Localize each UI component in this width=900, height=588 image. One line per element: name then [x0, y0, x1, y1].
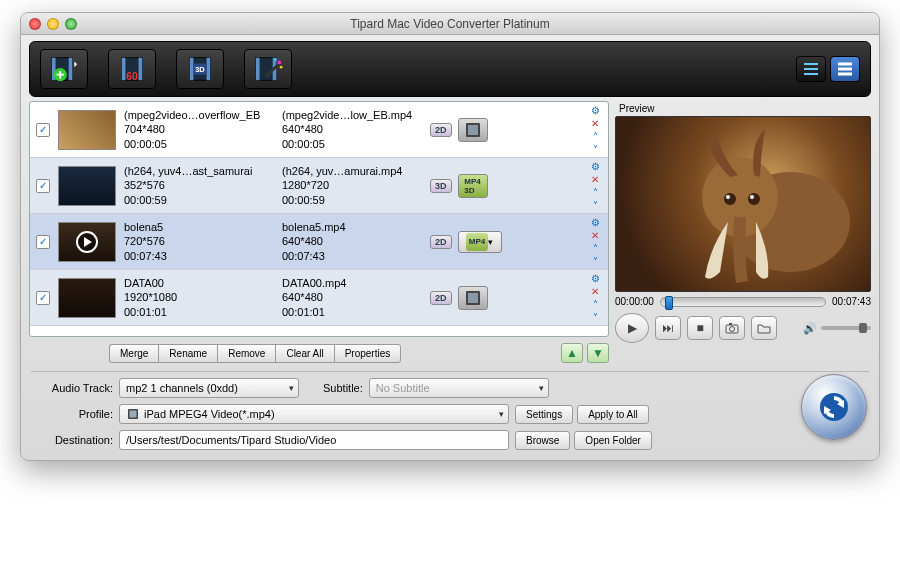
video-thumbnail[interactable]: [58, 110, 116, 150]
output-duration: 00:00:05: [282, 137, 422, 151]
window-title: Tipard Mac Video Converter Platinum: [21, 17, 879, 31]
row-checkbox[interactable]: ✓: [36, 235, 50, 249]
device-icon-mp4-3d[interactable]: MP43D: [458, 174, 488, 198]
up-arrow-icon[interactable]: ˄: [588, 298, 602, 310]
device-icon-ipad[interactable]: [458, 118, 488, 142]
svg-rect-5: [122, 58, 126, 81]
output-filename: (mpeg2vide…low_EB.mp4: [282, 108, 422, 122]
svg-point-28: [748, 193, 760, 205]
app-window: Tipard Mac Video Converter Platinum 60 3…: [20, 12, 880, 461]
svg-point-26: [724, 193, 736, 205]
delete-icon[interactable]: ✕: [588, 173, 602, 185]
remove-button[interactable]: Remove: [217, 344, 275, 363]
svg-rect-32: [729, 323, 732, 325]
snapshot-folder-button[interactable]: [751, 316, 777, 340]
rename-button[interactable]: Rename: [158, 344, 217, 363]
down-arrow-icon[interactable]: ˅: [588, 143, 602, 155]
3d-badge[interactable]: 3D: [430, 179, 452, 193]
table-row[interactable]: ✓ DATA00 1920*1080 00:01:01 DATA00.mp4 6…: [30, 270, 608, 326]
volume-icon[interactable]: 🔊: [803, 322, 817, 335]
row-checkbox[interactable]: ✓: [36, 291, 50, 305]
view-mode-toggle: [796, 56, 860, 82]
svg-rect-6: [139, 58, 143, 81]
source-resolution: 720*576: [124, 234, 274, 248]
audio-track-select[interactable]: mp2 1 channels (0xdd): [119, 378, 299, 398]
svg-point-19: [280, 66, 283, 69]
list-view-button[interactable]: [796, 56, 826, 82]
down-arrow-icon[interactable]: ˅: [588, 311, 602, 323]
output-resolution: 1280*720: [282, 178, 422, 192]
titlebar: Tipard Mac Video Converter Platinum: [21, 13, 879, 35]
down-arrow-icon[interactable]: ˅: [588, 199, 602, 211]
svg-rect-34: [130, 411, 137, 418]
seek-slider[interactable]: [660, 297, 826, 307]
preview-label: Preview: [615, 101, 871, 116]
output-resolution: 640*480: [282, 122, 422, 136]
add-file-button[interactable]: [40, 49, 88, 89]
clear-all-button[interactable]: Clear All: [275, 344, 333, 363]
audio-track-label: Audio Track:: [33, 382, 113, 394]
up-arrow-icon[interactable]: ˄: [588, 242, 602, 254]
up-arrow-icon[interactable]: ˄: [588, 186, 602, 198]
subtitle-select[interactable]: No Subtitle: [369, 378, 549, 398]
preview-panel[interactable]: [615, 116, 871, 292]
properties-button[interactable]: Properties: [334, 344, 402, 363]
source-resolution: 352*576: [124, 178, 274, 192]
output-filename: (h264, yuv…amurai.mp4: [282, 164, 422, 178]
table-row[interactable]: ✓ (h264, yuv4…ast_samurai 352*576 00:00:…: [30, 158, 608, 214]
convert-button[interactable]: [801, 374, 867, 440]
2d-badge[interactable]: 2D: [430, 123, 452, 137]
profile-dropdown[interactable]: MP4▾: [458, 231, 502, 253]
settings-button[interactable]: Settings: [515, 405, 573, 424]
source-filename: bolena5: [124, 220, 274, 234]
next-frame-button[interactable]: ⏭: [655, 316, 681, 340]
gear-icon[interactable]: ⚙: [588, 104, 602, 116]
source-duration: 00:00:05: [124, 137, 274, 151]
gear-icon[interactable]: ⚙: [588, 160, 602, 172]
apply-to-all-button[interactable]: Apply to All: [577, 405, 648, 424]
svg-rect-2: [69, 58, 73, 81]
svg-point-29: [750, 195, 754, 199]
gear-icon[interactable]: ⚙: [588, 216, 602, 228]
play-overlay-icon: [76, 231, 98, 253]
up-arrow-icon[interactable]: ˄: [588, 130, 602, 142]
profile-select[interactable]: iPad MPEG4 Video(*.mp4): [119, 404, 509, 424]
source-resolution: 1920*1080: [124, 290, 274, 304]
gear-icon[interactable]: ⚙: [588, 272, 602, 284]
source-filename: (mpeg2video…overflow_EB: [124, 108, 274, 122]
output-filename: DATA00.mp4: [282, 276, 422, 290]
row-checkbox[interactable]: ✓: [36, 179, 50, 193]
device-icon-ipad[interactable]: [458, 286, 488, 310]
3d-button[interactable]: 3D: [176, 49, 224, 89]
play-button[interactable]: ▶: [615, 313, 649, 343]
table-row[interactable]: ✓ (mpeg2video…overflow_EB 704*480 00:00:…: [30, 102, 608, 158]
stop-button[interactable]: ■: [687, 316, 713, 340]
effect-button[interactable]: [244, 49, 292, 89]
video-thumbnail[interactable]: [58, 166, 116, 206]
down-arrow-icon[interactable]: ˅: [588, 255, 602, 267]
output-resolution: 640*480: [282, 290, 422, 304]
svg-text:3D: 3D: [195, 65, 205, 74]
video-thumbnail[interactable]: [58, 222, 116, 262]
video-thumbnail[interactable]: [58, 278, 116, 318]
snapshot-button[interactable]: [719, 316, 745, 340]
move-up-button[interactable]: ▲: [561, 343, 583, 363]
browse-button[interactable]: Browse: [515, 431, 570, 450]
detail-view-button[interactable]: [830, 56, 860, 82]
table-row[interactable]: ✓ bolena5 720*576 00:07:43 bolena5.mp4 6…: [30, 214, 608, 270]
svg-rect-21: [468, 125, 478, 135]
2d-badge[interactable]: 2D: [430, 235, 452, 249]
volume-slider[interactable]: [821, 326, 871, 330]
row-checkbox[interactable]: ✓: [36, 123, 50, 137]
delete-icon[interactable]: ✕: [588, 117, 602, 129]
destination-input[interactable]: /Users/test/Documents/Tipard Studio/Vide…: [119, 430, 509, 450]
move-down-button[interactable]: ▼: [587, 343, 609, 363]
output-duration: 00:07:43: [282, 249, 422, 263]
delete-icon[interactable]: ✕: [588, 285, 602, 297]
open-folder-button[interactable]: Open Folder: [574, 431, 652, 450]
trim-button[interactable]: 60: [108, 49, 156, 89]
total-time: 00:07:43: [832, 296, 871, 307]
merge-button[interactable]: Merge: [109, 344, 158, 363]
delete-icon[interactable]: ✕: [588, 229, 602, 241]
2d-badge[interactable]: 2D: [430, 291, 452, 305]
